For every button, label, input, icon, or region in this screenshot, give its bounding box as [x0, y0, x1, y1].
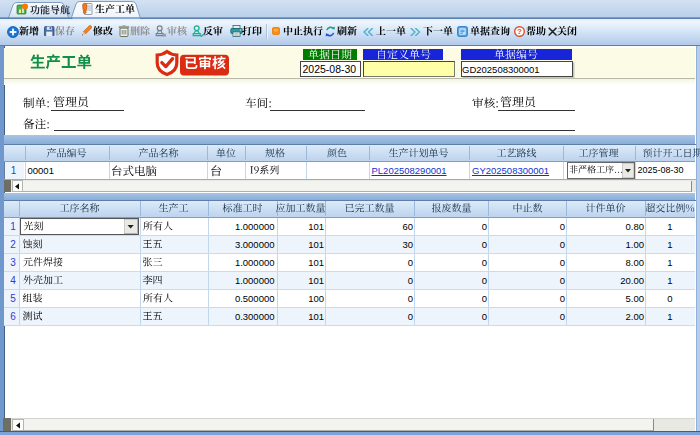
- svg-text:?: ?: [517, 27, 522, 36]
